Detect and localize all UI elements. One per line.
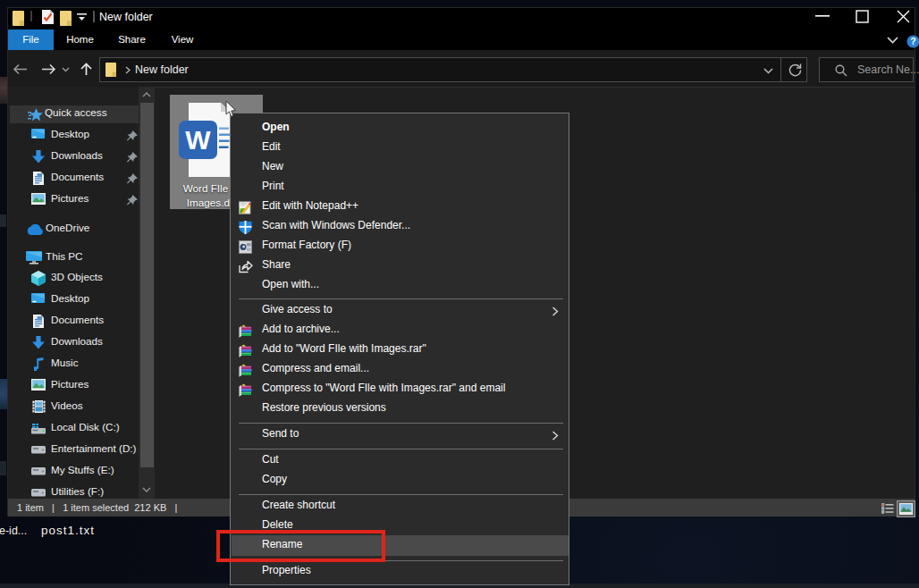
- svg-text:W: W: [185, 125, 211, 155]
- svg-text:?: ?: [910, 36, 915, 46]
